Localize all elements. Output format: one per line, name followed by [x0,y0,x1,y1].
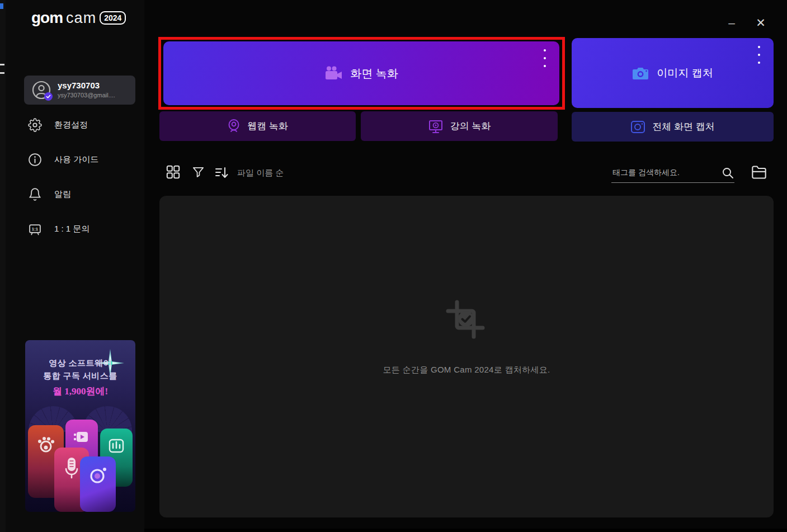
capture-app-card [80,456,116,512]
gear-icon [28,118,42,132]
logo-cam: cam [66,10,96,27]
grid-icon [166,164,181,180]
app-logo: gom cam 2024 [31,9,126,27]
sidebar-item-label: 환경설정 [54,120,88,130]
user-profile-card[interactable]: ysy730703 ysy730703@gmail.... [24,76,135,105]
info-icon [28,153,42,167]
paw-icon [35,433,57,455]
close-button[interactable]: ✕ [753,15,768,31]
edge-artifact-mark [0,72,4,74]
sort-mode-label[interactable]: 파일 이름 순 [237,168,284,178]
bar-chart-icon [107,436,126,455]
fullscreen-capture-button[interactable]: 전체 화면 캡처 [572,112,774,142]
grid-view-button[interactable] [166,164,181,182]
verified-badge-icon [44,92,53,101]
capture-list-panel: 모든 순간을 GOM Cam 2024로 캡처하세요. [159,196,774,517]
banner-line1: 영상 소프트웨어 [25,357,135,370]
webcam-record-label: 웹캠 녹화 [247,120,288,133]
sidebar-item-notifications[interactable]: 알림 [28,181,140,207]
sidebar-item-inquiry[interactable]: 1:1 1 : 1 문의 [28,216,140,242]
fullscreen-capture-label: 전체 화면 캡처 [652,120,714,133]
background-window-sliver [0,3,3,9]
app-window: { "logo": { "brand_bold": "gom", "brand_… [0,0,787,532]
bell-icon [28,187,42,201]
profile-email: ysy730703@gmail.... [58,92,115,99]
banner-price: 월 1,900원에! [25,384,135,399]
image-capture-label: 이미지 캡처 [657,66,713,81]
open-folder-button[interactable] [751,164,767,182]
sort-order-button[interactable] [215,167,229,181]
sidebar-item-settings[interactable]: 환경설정 [28,112,140,138]
filter-funnel-icon [192,166,205,178]
empty-capture-icon [446,300,487,341]
fullscreen-camera-icon [630,119,645,134]
empty-state-message: 모든 순간을 GOM Cam 2024로 캡처하세요. [383,365,550,375]
logo-year-badge: 2024 [100,11,126,25]
screen-record-label: 화면 녹화 [350,66,398,81]
lecture-board-icon [428,119,444,134]
screen-edge-artifact [0,0,6,532]
camera-icon [632,66,649,81]
lecture-record-label: 강의 녹화 [450,120,491,133]
microphone-icon [62,455,82,480]
promo-banner[interactable]: 영상 소프트웨어 통합 구독 서비스를 월 1,900원에! [25,340,135,512]
edge-artifact-mark [0,64,4,65]
image-capture-menu-icon[interactable] [753,46,765,64]
search-input[interactable] [611,168,721,178]
webcam-record-button[interactable]: 웹캠 녹화 [159,111,356,141]
sort-icon [215,167,229,179]
window-controls: – ✕ [724,15,768,31]
filter-button[interactable] [192,166,205,181]
sidebar-item-label: 1 : 1 문의 [54,224,89,234]
avatar [32,81,51,100]
svg-text:1:1: 1:1 [32,227,39,232]
sidebar-item-label: 사용 가이드 [54,154,98,165]
minimize-button[interactable]: – [724,15,739,31]
screen-record-menu-icon[interactable] [539,49,550,67]
screen-record-button[interactable]: 화면 녹화 [163,41,559,105]
one-to-one-inquiry-icon: 1:1 [28,222,42,236]
video-camera-icon [324,66,342,81]
lecture-record-button[interactable]: 강의 녹화 [361,111,558,141]
banner-text: 영상 소프트웨어 통합 구독 서비스를 월 1,900원에! [25,357,135,399]
camera-lens-icon [87,464,109,487]
search-icon[interactable] [721,166,734,180]
logo-gom: gom [31,9,63,27]
image-capture-button[interactable]: 이미지 캡처 [572,38,774,108]
sidebar-item-guide[interactable]: 사용 가이드 [28,147,140,172]
banner-line2: 통합 구독 서비스를 [25,370,135,383]
sidebar-item-label: 알림 [54,189,71,200]
folder-icon [751,164,767,180]
profile-username: ysy730703 [58,81,115,91]
video-clip-icon [72,427,91,446]
sidebar: gom cam 2024 ysy730703 ysy730703@gmail..… [6,0,144,532]
webcam-icon [227,119,241,134]
tag-search-field[interactable] [611,163,734,183]
